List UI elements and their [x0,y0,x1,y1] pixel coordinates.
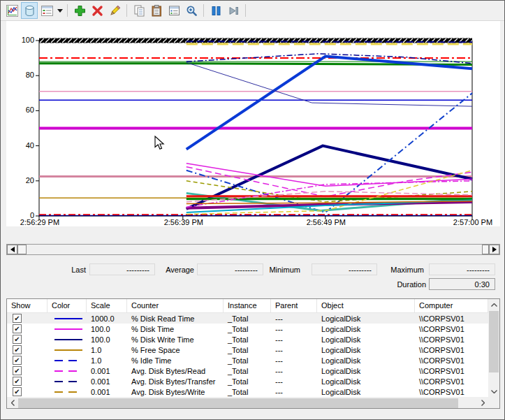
show-checkbox[interactable]: ✔ [13,356,22,365]
cell-computer: \\CORPSV01 [415,388,488,396]
cell-object: LogicalDisk [317,356,415,365]
toolbar [1,1,504,21]
vertical-scrollbar-thumb[interactable] [489,311,499,372]
color-line-sample [54,318,82,319]
cell-instance: _Total [224,377,271,386]
scroll-left-button[interactable] [7,245,17,254]
last-value: --------- [89,263,155,275]
time-range-scrollbar[interactable] [6,244,500,255]
histogram-view-button[interactable] [21,2,38,19]
scroll-right-button[interactable] [489,245,499,254]
cell-instance: _Total [224,314,271,323]
cell-computer: \\CORPSV01 [415,335,488,344]
color-line-sample [54,381,82,382]
table-row[interactable]: ✔100.0% Disk Time_Total---LogicalDisk\\C… [7,324,488,334]
cell-parent: --- [271,325,317,333]
delete-counter-icon [92,5,103,17]
time-scrollbar-thumb[interactable] [17,245,27,254]
counter-list-vertical-scrollbar[interactable] [488,299,499,397]
copy-properties-icon [133,5,145,17]
scroll-left-button[interactable] [7,397,18,408]
series-navy-top-dash [186,41,472,42]
counter-list-horizontal-scrollbar[interactable] [7,397,488,408]
cell-scale: 1.0 [87,346,127,354]
color-line-sample [54,370,82,372]
color-line-sample [54,360,82,361]
cell-parent: --- [271,367,317,375]
y-axis-tick-label: 60 [10,106,34,114]
show-checkbox[interactable]: ✔ [13,377,22,386]
column-header-instance[interactable]: Instance [224,299,271,312]
update-data-button[interactable] [225,2,242,19]
cell-counter: % Disk Time [127,325,224,333]
cell-counter: % Disk Read Time [127,314,224,323]
show-checkbox[interactable]: ✔ [13,314,22,323]
table-row[interactable]: ✔0.001Avg. Disk Bytes/Read_Total---Logic… [7,365,488,376]
cell-counter: Avg. Disk Bytes/Read [127,367,224,375]
color-line-sample [54,339,82,340]
show-checkbox[interactable]: ✔ [13,345,22,354]
minimum-label: Minimum [263,266,300,275]
duration-value: 0:30 [429,278,495,290]
column-header-object[interactable]: Object [317,299,415,312]
show-checkbox[interactable]: ✔ [13,366,22,375]
freeze-display-button[interactable] [207,2,224,19]
line-chart-view-button[interactable] [3,2,20,19]
column-header-parent[interactable]: Parent [271,299,317,312]
cell-computer: \\CORPSV01 [415,346,488,354]
toolbar-separator [67,4,68,17]
highlight-icon [109,5,121,17]
cell-scale: 0.001 [87,377,127,386]
scroll-up-button[interactable] [488,299,499,310]
x-axis-tick-label: 2:57:00 PM [449,218,497,226]
cell-object: LogicalDisk [317,314,415,323]
show-checkbox[interactable]: ✔ [13,387,22,396]
performance-monitor-window: { "toolbar": { "icons": ["line-chart-vie… [0,0,505,420]
cell-counter: % Disk Write Time [127,335,224,344]
table-row[interactable]: ✔1000.0% Disk Read Time_Total---LogicalD… [7,313,488,324]
series-blue-main [186,57,472,150]
cell-scale: 100.0 [87,325,127,333]
cell-scale: 0.001 [87,388,127,396]
cell-parent: --- [271,388,317,396]
report-view-button[interactable] [38,2,55,19]
counter-list: ShowColorScaleCounterInstanceParentObjec… [6,298,500,409]
performance-graph [1,22,505,231]
table-row[interactable]: ✔0.001Avg. Disk Bytes/Write_Total---Logi… [7,386,488,397]
cell-parent: --- [271,314,317,323]
scroll-down-button[interactable] [488,386,499,397]
show-checkbox[interactable]: ✔ [13,324,22,333]
properties-button[interactable] [166,2,182,19]
report-view-icon [41,5,53,17]
chevron-right-icon [481,400,485,406]
scroll-right-button[interactable] [477,397,488,408]
paste-counter-list-button[interactable] [148,2,165,19]
show-checkbox[interactable]: ✔ [13,335,22,344]
copy-properties-button[interactable] [131,2,147,19]
cell-object: LogicalDisk [317,325,415,333]
cell-scale: 100.0 [87,335,127,344]
add-counter-button[interactable] [71,2,88,19]
mouse-cursor [154,136,165,151]
line-chart-view-icon [6,5,18,17]
table-row[interactable]: ✔1.0% Idle Time_Total---LogicalDisk\\COR… [7,355,488,365]
delete-counter-button[interactable] [89,2,105,19]
table-row[interactable]: ✔1.0% Free Space_Total---LogicalDisk\\CO… [7,345,488,355]
column-header-computer[interactable]: Computer [415,299,488,312]
table-row[interactable]: ✔0.001Avg. Disk Bytes/Transfer_Total---L… [7,376,488,386]
cell-scale: 1000.0 [87,314,127,323]
cell-instance: _Total [224,346,271,354]
color-line-sample [54,349,82,351]
minimum-value: --------- [312,263,377,275]
zoom-button[interactable] [183,2,200,19]
highlight-button[interactable] [106,2,123,19]
right-arrow-icon [492,247,497,252]
time-scrollbar-track[interactable] [27,245,482,254]
column-header-scale[interactable]: Scale [87,299,127,312]
column-header-counter[interactable]: Counter [127,299,224,312]
column-header-show[interactable]: Show [7,299,47,312]
table-row[interactable]: ✔100.0% Disk Write Time_Total---LogicalD… [7,334,488,345]
horizontal-scrollbar-thumb[interactable] [18,398,458,408]
chart-type-dropdown[interactable] [56,2,64,19]
column-header-color[interactable]: Color [47,299,87,312]
